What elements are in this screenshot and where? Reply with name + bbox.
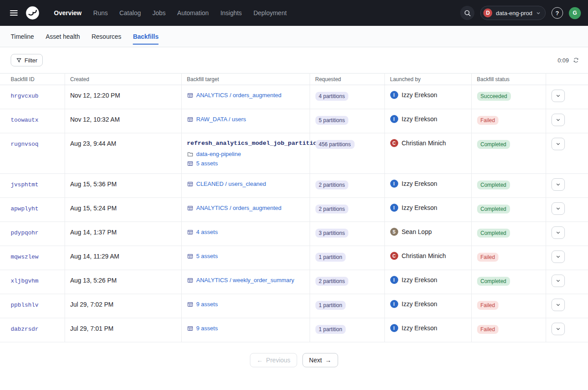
arrow-left-icon: ← xyxy=(257,357,263,364)
primary-nav: OverviewRunsCatalogJobsAutomationInsight… xyxy=(48,0,293,26)
created-text: Aug 14, 11:29 AM xyxy=(70,253,119,260)
target-cell: 5 assets xyxy=(187,253,304,259)
launcher-name: Izzy Erekson xyxy=(402,276,437,283)
backfill-id-link[interactable]: dabzrsdr xyxy=(11,326,38,333)
table-row: rugnvsoq Aug 23, 9:44 AM refresh_analyti… xyxy=(0,133,588,174)
tab-asset-health[interactable]: Asset health xyxy=(45,26,80,47)
row-actions-button[interactable] xyxy=(551,114,565,126)
dagster-logo-icon[interactable] xyxy=(25,5,40,21)
table-row: dabzrsdr Jul 29, 7:01 PM 9 assets 1 part… xyxy=(0,318,588,342)
row-actions-button[interactable] xyxy=(551,138,565,150)
nav-item-jobs[interactable]: Jobs xyxy=(147,0,172,26)
chevron-down-icon xyxy=(555,206,561,211)
backfill-id-link[interactable]: mqwszlew xyxy=(11,254,38,260)
table-icon xyxy=(187,229,193,235)
backfill-id-link[interactable]: hrgvcxub xyxy=(11,93,38,99)
tab-timeline[interactable]: Timeline xyxy=(11,26,34,47)
next-page-button[interactable]: Next → xyxy=(302,353,338,367)
backfill-id-link[interactable]: pdypqohr xyxy=(11,230,38,236)
deployment-switcher[interactable]: D data-eng-prod xyxy=(480,6,546,20)
deployment-name: data-eng-prod xyxy=(496,10,532,16)
chevron-down-icon xyxy=(555,278,561,283)
row-actions-button[interactable] xyxy=(551,323,565,335)
target-link[interactable]: RAW_DATA / users xyxy=(196,116,246,123)
target-link[interactable]: CLEANED / users_cleaned xyxy=(196,181,266,187)
target-link[interactable]: ANALYTICS / orders_augmented xyxy=(196,92,282,99)
target-link[interactable]: 5 assets xyxy=(196,253,218,259)
filter-button[interactable]: Filter xyxy=(11,54,43,66)
target-link[interactable]: 9 assets xyxy=(196,301,218,308)
created-text: Aug 23, 9:44 AM xyxy=(70,140,117,147)
launched-by-cell: I Izzy Erekson xyxy=(390,204,466,212)
launched-by-cell: C Christian Minich xyxy=(390,139,466,147)
status-badge: Failed xyxy=(477,253,499,262)
table-icon xyxy=(187,277,193,283)
target-link[interactable]: ANALYTICS / orders_augmented xyxy=(196,205,282,211)
table-icon xyxy=(187,160,193,167)
backfill-id-link[interactable]: rugnvsoq xyxy=(11,141,38,148)
created-text: Nov 12, 12:20 PM xyxy=(70,92,120,99)
target-link[interactable]: 9 assets xyxy=(196,325,218,332)
nav-item-insights[interactable]: Insights xyxy=(215,0,248,26)
chevron-down-icon xyxy=(555,141,561,147)
target-link[interactable]: ANALYTICS / weekly_order_summary xyxy=(196,277,294,283)
row-actions-button[interactable] xyxy=(551,226,565,239)
col-header-created: Created xyxy=(65,74,181,85)
row-actions-button[interactable] xyxy=(551,90,565,102)
launcher-avatar: S xyxy=(390,228,398,236)
nav-item-deployment[interactable]: Deployment xyxy=(248,0,293,26)
launched-by-cell: I Izzy Erekson xyxy=(390,115,466,123)
col-header-launched-by: Launched by xyxy=(384,74,471,85)
table-row: jvsphtmt Aug 15, 5:36 PM CLEANED / users… xyxy=(0,174,588,198)
target-link[interactable]: data-eng-pipeline xyxy=(196,151,241,157)
row-actions-button[interactable] xyxy=(551,250,565,263)
target-link[interactable]: 5 assets xyxy=(196,160,218,167)
previous-page-button[interactable]: ← Previous xyxy=(250,353,297,367)
launcher-avatar: I xyxy=(390,300,398,308)
launcher-name: Izzy Erekson xyxy=(402,180,437,187)
top-nav: OverviewRunsCatalogJobsAutomationInsight… xyxy=(0,0,588,26)
backfill-id-link[interactable]: toowautx xyxy=(11,117,38,123)
launched-by-cell: I Izzy Erekson xyxy=(390,91,466,99)
created-text: Jul 29, 7:01 PM xyxy=(70,325,114,332)
refresh-icon[interactable] xyxy=(573,57,579,63)
backfill-id-link[interactable]: xljbgvhm xyxy=(11,278,38,284)
table-icon xyxy=(187,181,193,187)
target-cell: ANALYTICS / weekly_order_summary xyxy=(187,277,304,283)
target-cell: 9 assets xyxy=(187,325,304,332)
target-link[interactable]: 4 assets xyxy=(196,229,218,235)
nav-item-overview[interactable]: Overview xyxy=(48,0,87,26)
search-button[interactable] xyxy=(460,6,474,20)
table-header-row: Backfill ID Created Backfill target Requ… xyxy=(0,74,588,85)
table-icon xyxy=(187,253,193,259)
status-badge: Completed xyxy=(477,229,510,238)
created-text: Aug 15, 5:24 PM xyxy=(70,205,117,212)
nav-item-catalog[interactable]: Catalog xyxy=(114,0,147,26)
tab-resources[interactable]: Resources xyxy=(91,26,121,47)
table-icon xyxy=(187,325,193,332)
status-badge: Completed xyxy=(477,181,510,189)
nav-item-runs[interactable]: Runs xyxy=(87,0,114,26)
backfill-id-link[interactable]: jvsphtmt xyxy=(11,181,38,188)
status-badge: Failed xyxy=(477,325,499,334)
backfill-id-link[interactable]: apwplyht xyxy=(11,205,38,212)
row-actions-button[interactable] xyxy=(551,275,565,287)
backfill-id-link[interactable]: ppblshlv xyxy=(11,302,38,308)
hamburger-menu-button[interactable] xyxy=(7,6,20,20)
user-avatar[interactable]: G xyxy=(569,7,581,19)
table-icon xyxy=(187,205,193,211)
previous-page-label: Previous xyxy=(266,357,290,364)
row-actions-button[interactable] xyxy=(551,299,565,311)
row-actions-button[interactable] xyxy=(551,178,565,191)
tab-backfills[interactable]: Backfills xyxy=(133,26,159,47)
nav-item-automation[interactable]: Automation xyxy=(172,0,215,26)
requested-badge: 5 partitions xyxy=(315,116,349,125)
launcher-name: Izzy Erekson xyxy=(402,204,437,211)
job-partition-set-link[interactable]: refresh_analytics_model_job_partition_se… xyxy=(187,140,304,147)
help-button[interactable]: ? xyxy=(551,7,563,19)
row-actions-button[interactable] xyxy=(551,202,565,215)
status-badge: Completed xyxy=(477,140,510,149)
launcher-avatar: I xyxy=(390,324,398,332)
created-text: Aug 13, 5:26 PM xyxy=(70,277,117,284)
col-header-backfill-target: Backfill target xyxy=(181,74,310,85)
